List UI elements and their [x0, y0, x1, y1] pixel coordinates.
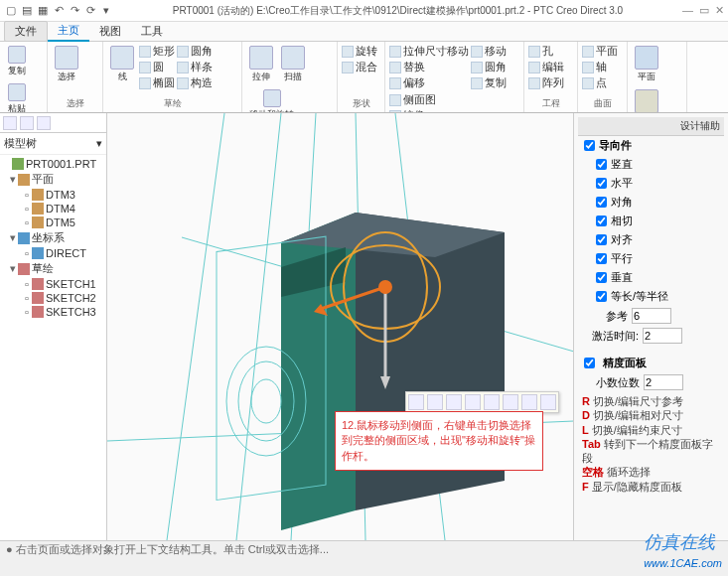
replace-button[interactable]: 替换 [389, 60, 469, 74]
regen-icon[interactable]: ⟳ [83, 4, 97, 18]
close-win-icon[interactable]: ▾ [99, 4, 113, 18]
undo-icon[interactable]: ↶ [52, 4, 66, 18]
check-horizontal[interactable]: 水平 [578, 174, 724, 193]
ref-input[interactable] [632, 308, 671, 324]
rect-button[interactable]: 矩形 [139, 44, 175, 59]
tree-item[interactable]: ▫SKETCH1 [0, 277, 106, 291]
tree-node-sketch[interactable]: ▾草绘 [0, 260, 106, 277]
profile-button[interactable]: 侧面图 [389, 92, 436, 107]
model-tree[interactable]: PRT0001.PRT ▾平面 ▫DTM3 ▫DTM4 ▫DTM5 ▾坐标系 ▫… [0, 155, 106, 540]
plane-button[interactable]: 平面 [632, 44, 661, 85]
tab-view[interactable]: 视图 [89, 22, 131, 41]
anim-row: 激活时间: [578, 326, 724, 346]
anim-input[interactable] [643, 328, 682, 344]
line-button[interactable]: 线 [107, 44, 137, 85]
tree-root[interactable]: PRT0001.PRT [0, 157, 106, 171]
minimize-icon[interactable]: — [682, 4, 693, 17]
ctx-btn4-icon[interactable] [465, 394, 481, 410]
select-button[interactable]: 选择 [52, 44, 81, 85]
check-align[interactable]: 对齐 [578, 230, 724, 249]
ribbon-group-shape: 旋转 混合 形状 [338, 42, 385, 112]
tree-item[interactable]: ▫DTM4 [0, 202, 106, 216]
ribbon-group-datum: 平面 创建 基准 [628, 42, 687, 112]
tree-item[interactable]: ▫SKETCH2 [0, 291, 106, 305]
check-vertical[interactable]: 竖直 [578, 155, 724, 174]
tree-tab3-icon[interactable] [37, 116, 51, 130]
tree-tab2-icon[interactable] [20, 116, 34, 130]
decimals-input[interactable] [644, 374, 683, 390]
ctx-btn6-icon[interactable] [503, 394, 518, 410]
page-watermark: 仿真在线 www.1CAE.com [644, 530, 722, 570]
tree-item[interactable]: ▫DTM3 [0, 188, 106, 202]
precision-check[interactable]: 精度面板 [578, 354, 724, 372]
copy-button[interactable]: 复制 [4, 44, 30, 79]
svg-line-0 [167, 113, 224, 540]
3d-model [107, 113, 573, 540]
plane1-button[interactable]: 平面 [582, 44, 618, 59]
tree-tab1-icon[interactable] [3, 116, 17, 130]
file-menu[interactable]: 文件 [4, 21, 48, 42]
ribbon-group-eng: 孔 编辑 阵列 工程 [524, 42, 578, 112]
close-icon[interactable]: ✕ [715, 4, 724, 17]
guide-check[interactable]: 导向件 [578, 136, 724, 155]
window-title: PRT0001 (活动的) E:\Creo工作目录\工作文件\0912\Dire… [113, 4, 682, 18]
tree-header: 模型树 ▾ [0, 133, 106, 155]
spline-button[interactable]: 样条 [177, 60, 213, 74]
ctx-btn3-icon[interactable] [446, 394, 462, 410]
blend-button[interactable]: 混合 [342, 60, 377, 74]
3d-viewport[interactable]: 1CAE.COM [107, 113, 573, 540]
ribbon-group-select: 选择 选择 [48, 42, 103, 112]
decimals-row: 小数位数 [578, 372, 724, 392]
circle-button[interactable]: 圆 [139, 60, 175, 74]
edit2-button[interactable]: 编辑 [528, 60, 564, 74]
fillet-button[interactable]: 圆角 [177, 44, 213, 59]
extsize-button[interactable]: 拉伸尺寸移动 [389, 44, 469, 59]
axis-button[interactable]: 轴 [582, 60, 618, 74]
tree-item[interactable]: ▫DTM5 [0, 216, 106, 229]
save-icon[interactable]: ▦ [36, 4, 50, 18]
check-perp[interactable]: 垂直 [578, 268, 724, 287]
move2-button[interactable]: 移动 [471, 44, 507, 59]
tree-item[interactable]: ▫SKETCH3 [0, 305, 106, 319]
ctx-btn2-icon[interactable] [427, 394, 443, 410]
tree-node-planes[interactable]: ▾平面 [0, 171, 106, 188]
ctx-btn8-icon[interactable] [540, 394, 556, 410]
ctx-btn1-icon[interactable] [408, 394, 424, 410]
paste-button[interactable]: 粘贴 [4, 81, 30, 113]
moverotate-button[interactable]: 移动和旋转 [246, 87, 297, 113]
extrude-button[interactable]: 拉伸 [246, 44, 276, 85]
check-parallel[interactable]: 平行 [578, 249, 724, 268]
check-equal[interactable]: 等长/等半径 [578, 287, 724, 306]
offset2-button[interactable]: 偏移 [389, 75, 469, 90]
hole-button[interactable]: 孔 [528, 44, 564, 59]
design-assist-panel: 设计辅助 导向件 竖直 水平 对角 相切 对齐 平行 垂直 等长/等半径 参考 … [573, 113, 728, 540]
model-tree-panel: 模型树 ▾ PRT0001.PRT ▾平面 ▫DTM3 ▫DTM4 ▫DTM5 … [0, 113, 107, 540]
rnd-button[interactable]: 圆角 [471, 60, 507, 74]
open-icon[interactable]: ▤ [20, 4, 34, 18]
tab-home[interactable]: 主页 [48, 21, 89, 42]
sweep-button[interactable]: 扫描 [278, 44, 308, 85]
ellipse-button[interactable]: 椭圆 [139, 75, 175, 90]
ctx-btn5-icon[interactable] [484, 394, 500, 410]
pattern-button[interactable]: 阵列 [528, 75, 564, 90]
check-diagonal[interactable]: 对角 [578, 193, 724, 212]
svg-point-13 [251, 379, 281, 423]
ctx-btn7-icon[interactable] [521, 394, 537, 410]
window-controls: — ▭ ✕ [682, 4, 724, 17]
point-button[interactable]: 点 [582, 75, 618, 90]
create-button[interactable]: 创建 [632, 87, 661, 113]
tab-tools[interactable]: 工具 [131, 22, 173, 41]
tree-item[interactable]: ▫DIRECT [0, 246, 106, 260]
ribbon: 复制 粘贴 剪贴板 选择 选择 线 矩形 圆 椭圆 圆角 样条 构造 草绘 拉伸 [0, 42, 728, 113]
redo-icon[interactable]: ↷ [68, 4, 81, 18]
quick-access-toolbar: ▢ ▤ ▦ ↶ ↷ ⟳ ▾ [4, 4, 113, 18]
revolve-button[interactable]: 旋转 [342, 44, 377, 59]
check-tangent[interactable]: 相切 [578, 212, 724, 230]
tree-node-coord[interactable]: ▾坐标系 [0, 229, 106, 246]
ribbon-group-edit: 拉伸尺寸移动 替换 偏移 移动 圆角 复制 侧面图 镜像 删除 编辑 [385, 42, 524, 112]
copy2-button[interactable]: 复制 [471, 75, 507, 90]
construct-button[interactable]: 构造 [177, 75, 213, 90]
new-icon[interactable]: ▢ [4, 4, 18, 18]
workspace: 模型树 ▾ PRT0001.PRT ▾平面 ▫DTM3 ▫DTM4 ▫DTM5 … [0, 113, 728, 540]
maximize-icon[interactable]: ▭ [699, 4, 709, 17]
